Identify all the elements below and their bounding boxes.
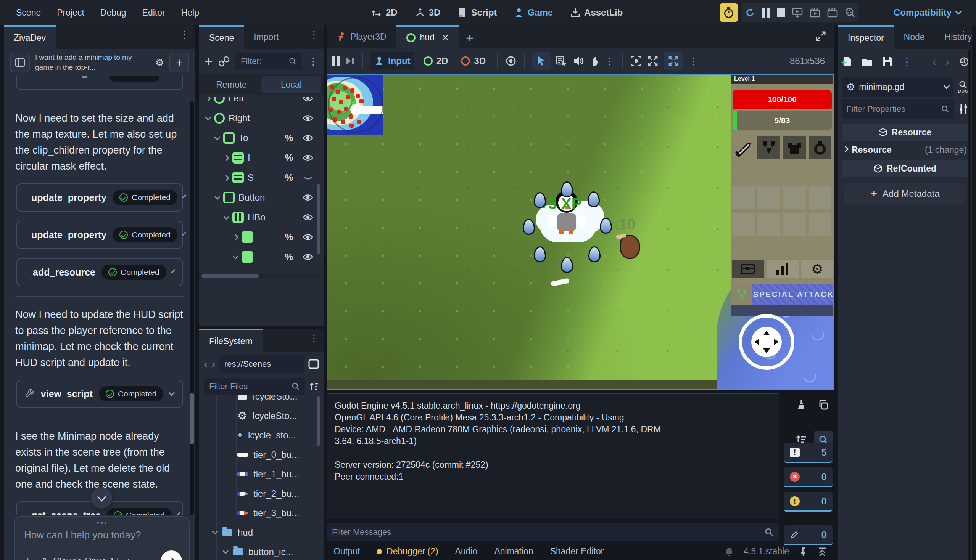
split-mode-icon[interactable]	[308, 359, 319, 369]
file-row-tier3[interactable]: tier_3_bu...	[199, 503, 320, 523]
tree-row-hbo[interactable]: HBo	[199, 207, 320, 227]
instance-scene-link-icon[interactable]	[219, 56, 229, 67]
tree-row-button[interactable]: Button	[199, 188, 320, 207]
tab-history[interactable]: History	[935, 25, 976, 49]
file-row-tier1[interactable]: tier_1_bu...	[199, 464, 320, 484]
chevron-down-icon[interactable]	[176, 512, 180, 515]
tree-row-instance-1[interactable]: %	[199, 267, 320, 272]
tab-inspector[interactable]: Inspector	[838, 25, 894, 49]
back-icon[interactable]: ‹	[204, 358, 207, 370]
tool-card-update-property-1[interactable]: update_property Completed	[16, 183, 183, 212]
scene-filter-field[interactable]	[236, 53, 302, 70]
file-row-tier0[interactable]: tier_0_bu...	[199, 445, 320, 464]
chevron-down-icon[interactable]	[171, 269, 175, 273]
expand-icon[interactable]	[842, 146, 849, 152]
menu-scene[interactable]: Scene	[16, 8, 41, 18]
add-node-button[interactable]: +	[204, 53, 212, 69]
load-resource-folder-icon[interactable]	[862, 57, 873, 66]
workspace-script-button[interactable]: Script	[458, 7, 497, 18]
visibility-eye-icon[interactable]	[302, 97, 314, 102]
unique-name-badge[interactable]: %	[285, 133, 293, 143]
mode-2d-button[interactable]: 2D	[420, 52, 452, 70]
filter-properties-input[interactable]	[846, 104, 938, 114]
bottom-tab-audio[interactable]: Audio	[455, 546, 478, 557]
menu-project[interactable]: Project	[57, 8, 84, 18]
gear-icon[interactable]: ⚙	[155, 58, 164, 67]
panel-menu-icon[interactable]	[309, 32, 319, 37]
drag-handle-icon[interactable]	[96, 522, 108, 525]
bottom-tab-debugger[interactable]: Debugger (2)	[377, 546, 438, 557]
expand-icon[interactable]	[233, 253, 239, 259]
embed-game-icon[interactable]	[630, 55, 642, 67]
clear-log-icon[interactable]	[792, 396, 811, 414]
tree-row-right[interactable]: Right	[199, 108, 320, 128]
workspace-assetlib-button[interactable]: AssetLib	[570, 7, 623, 18]
select-mode-button[interactable]	[532, 52, 551, 70]
visibility-eye-icon[interactable]	[302, 114, 314, 122]
filter-messages-field[interactable]	[327, 523, 779, 541]
filter-properties-field[interactable]	[842, 99, 954, 119]
visibility-eye-icon[interactable]	[302, 233, 314, 241]
history-forward-icon[interactable]: ›	[946, 56, 949, 67]
tool-card-partial[interactable]	[16, 76, 183, 90]
unique-name-badge[interactable]: %	[285, 272, 293, 272]
inventory-slot[interactable]	[732, 186, 755, 209]
copy-log-icon[interactable]	[814, 396, 832, 414]
resource-picker[interactable]: ⚙ minimap.gd	[842, 77, 954, 97]
tool-card-add-resource[interactable]: add_resource Completed	[16, 258, 183, 286]
inventory-slot[interactable]	[732, 213, 755, 237]
file-row-icycle-sto[interactable]: icycle_sto...	[199, 425, 320, 445]
path-field[interactable]: res://Scenes	[219, 355, 304, 373]
audio-icon[interactable]	[573, 56, 584, 66]
expand-icon[interactable]	[214, 194, 221, 200]
input-mode-button[interactable]: Input	[371, 52, 414, 70]
save-icon[interactable]	[882, 57, 893, 67]
scroll-to-bottom-button[interactable]	[91, 487, 112, 508]
scrollbar-thumb[interactable]	[317, 184, 320, 254]
visibility-eye-icon[interactable]	[302, 134, 314, 142]
chevron-down-icon[interactable]	[169, 390, 175, 396]
bottom-tab-output[interactable]: Output	[333, 546, 360, 557]
chat-input-placeholder[interactable]: How can I help you today?	[24, 529, 180, 541]
file-row-tier2[interactable]: tier_2_bu...	[199, 484, 320, 503]
forward-icon[interactable]: ›	[211, 358, 215, 370]
fit-window-icon[interactable]	[647, 55, 658, 67]
chevron-down-icon[interactable]	[182, 232, 186, 236]
section-refcounted[interactable]: RefCounted	[842, 160, 968, 177]
node-picker-icon[interactable]	[556, 56, 567, 66]
new-scene-tab-button[interactable]: +	[466, 30, 473, 48]
expand-icon[interactable]	[214, 134, 221, 140]
new-resource-icon[interactable]: +	[843, 57, 852, 67]
scrollbar-thumb[interactable]	[190, 393, 194, 445]
property-tools-icon[interactable]	[958, 104, 968, 114]
scene-menu-icon[interactable]	[308, 59, 318, 64]
settings-button[interactable]: ⚙	[801, 260, 833, 278]
scene-tab-hud[interactable]: hud ✕	[396, 25, 459, 48]
thread-scrollbar[interactable]	[190, 102, 194, 515]
unique-name-badge[interactable]: %	[285, 252, 293, 262]
sidebar-toggle-button[interactable]	[10, 53, 30, 72]
collapse-icon[interactable]	[205, 97, 211, 102]
tree-row-rect-1[interactable]: %	[199, 227, 320, 247]
scrollbar-thumb[interactable]	[201, 275, 259, 278]
resource-menu-icon[interactable]	[902, 59, 912, 65]
message-count-badge[interactable]: 0	[784, 525, 832, 545]
send-button[interactable]	[160, 550, 182, 560]
tab-scene[interactable]: Scene	[199, 25, 244, 49]
camera-override-icon[interactable]	[505, 55, 516, 67]
bottom-tab-animation[interactable]: Animation	[494, 546, 533, 557]
log-count-badge[interactable]: !5	[784, 443, 832, 463]
tool-card-update-property-2[interactable]: update_property Completed	[16, 221, 183, 249]
expand-viewport-icon[interactable]	[815, 30, 826, 42]
file-filter-field[interactable]	[204, 378, 305, 395]
panel-menu-icon[interactable]	[179, 32, 189, 37]
model-selector[interactable]: Claude Opus 4.5	[40, 556, 131, 560]
tab-import[interactable]: Import	[244, 25, 288, 49]
menu-editor[interactable]: Editor	[142, 8, 165, 18]
stretch-mode-button[interactable]	[664, 52, 683, 70]
unique-name-badge[interactable]: %	[285, 232, 293, 242]
remote-button[interactable]: Remote	[201, 80, 261, 90]
chevron-down-icon[interactable]	[182, 194, 186, 198]
workspace-game-button[interactable]: Game	[514, 7, 553, 18]
visibility-eye-icon[interactable]	[302, 253, 314, 261]
